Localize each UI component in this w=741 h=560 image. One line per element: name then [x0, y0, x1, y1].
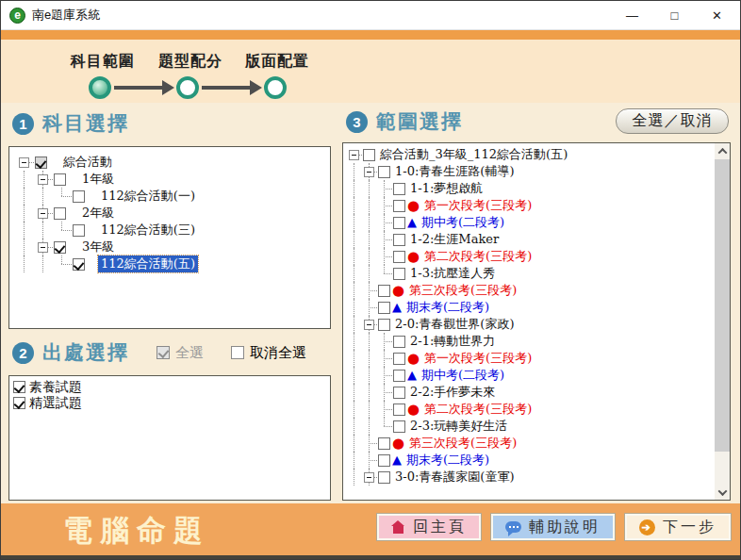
tree-item-label[interactable]: 第二次段考(三段考) — [421, 248, 535, 265]
tree-item[interactable]: 1-2:生涯Maker — [347, 231, 714, 248]
tree-item-label[interactable]: 112綜合活動(一) — [98, 188, 198, 205]
tree-item[interactable]: ●第一次段考(三段考) — [347, 350, 714, 367]
maximize-button[interactable]: □ — [653, 2, 696, 29]
tree-item-label[interactable]: 2-2:手作夢未來 — [407, 384, 498, 401]
tree-item[interactable]: 2-1:轉動世界力 — [347, 333, 714, 350]
tree-item[interactable]: ●第一次段考(三段考) — [347, 197, 714, 214]
tree-item-checkbox[interactable] — [393, 370, 405, 382]
tree-item[interactable]: ●第三次段考(三段考) — [347, 435, 714, 452]
tree-item-checkbox[interactable] — [393, 387, 405, 399]
expand-collapse-toggle-icon[interactable] — [364, 472, 374, 483]
tree-item-checkbox[interactable] — [378, 319, 390, 331]
tree-item-checkbox[interactable] — [393, 404, 405, 416]
source-item-checkbox[interactable] — [13, 397, 25, 409]
tree-item-label[interactable]: 3年級 — [79, 239, 117, 255]
tree-item-label[interactable]: 2-3:玩轉美好生活 — [407, 418, 510, 435]
tree-item-label[interactable]: 第一次段考(三段考) — [421, 197, 535, 214]
deselect-all-checkbox[interactable] — [231, 346, 244, 359]
tree-item-checkbox[interactable] — [393, 217, 405, 229]
source-list-item[interactable]: 素養試題 — [12, 379, 330, 395]
tree-item[interactable]: 112綜合活動(一) — [15, 188, 330, 205]
tree-item[interactable]: 2-3:玩轉美好生活 — [347, 418, 714, 435]
tree-item-label[interactable]: 期末考(二段考) — [403, 299, 492, 316]
tree-item-checkbox[interactable] — [73, 258, 85, 271]
tree-item[interactable]: 1-3:抗壓達人秀 — [347, 265, 714, 282]
tree-item-checkbox[interactable] — [363, 149, 375, 161]
tree-item[interactable]: 2-2:手作夢未來 — [347, 384, 714, 401]
tree-item[interactable]: ▲期末考(二段考) — [347, 299, 714, 316]
scroll-down-arrow[interactable] — [715, 485, 730, 500]
tree-item-label[interactable]: 第三次段考(三段考) — [406, 282, 519, 299]
tree-item-label[interactable]: 1-1:夢想啟航 — [407, 180, 486, 197]
next-step-button[interactable]: ➔下一步 — [625, 514, 731, 540]
tree-item[interactable]: ▲期中考(二段考) — [347, 214, 714, 231]
tree-item[interactable]: ●第二次段考(三段考) — [347, 401, 714, 418]
source-list-item[interactable]: 精選試題 — [12, 395, 330, 411]
tree-item-label[interactable]: 112綜合活動(五) — [98, 255, 198, 272]
expand-collapse-toggle-icon[interactable] — [38, 242, 48, 253]
minimize-button[interactable]: — — [611, 2, 653, 29]
tree-item[interactable]: 綜合活動 — [15, 154, 330, 171]
scroll-thumb[interactable] — [715, 159, 730, 452]
tree-item-label[interactable]: 第三次段考(三段考) — [406, 435, 519, 452]
expand-collapse-toggle-icon[interactable] — [19, 157, 29, 168]
tree-item-label[interactable]: 112綜合活動(三) — [98, 222, 198, 239]
tree-item-checkbox[interactable] — [393, 183, 405, 195]
tree-item-checkbox[interactable] — [393, 353, 405, 365]
expand-collapse-toggle-icon[interactable] — [38, 208, 48, 219]
tree-item-label[interactable]: 綜合活動_3年級_112綜合活動(五) — [377, 146, 570, 163]
tree-item-checkbox[interactable] — [378, 454, 390, 467]
source-item-label[interactable]: 精選試題 — [29, 395, 82, 412]
tree-item-checkbox[interactable] — [378, 285, 390, 297]
tree-item-checkbox[interactable] — [378, 437, 390, 450]
tree-item[interactable]: ●第二次段考(三段考) — [347, 248, 714, 265]
tree-item-label[interactable]: 1-0:青春生涯路(輔導) — [392, 163, 517, 180]
vertical-scrollbar[interactable] — [715, 143, 730, 500]
expand-collapse-toggle-icon[interactable] — [364, 320, 374, 330]
tree-item-checkbox[interactable] — [54, 207, 66, 220]
expand-collapse-toggle-icon[interactable] — [364, 167, 374, 177]
tree-item-checkbox[interactable] — [378, 302, 390, 314]
tree-item-label[interactable]: 第二次段考(三段考) — [421, 401, 535, 418]
tree-item[interactable]: 112綜合活動(三) — [15, 222, 330, 239]
expand-collapse-toggle-icon[interactable] — [38, 174, 48, 185]
tree-item-checkbox[interactable] — [378, 166, 390, 178]
tree-item-label[interactable]: 3-0:青春護家園(童軍) — [392, 469, 517, 486]
tree-item-checkbox[interactable] — [73, 190, 85, 203]
tree-item-checkbox[interactable] — [393, 336, 405, 348]
tree-item[interactable]: ▲期末考(二段考) — [347, 452, 714, 469]
tree-item-label[interactable]: 2年級 — [79, 205, 117, 222]
deselect-all-label[interactable]: 取消全選 — [250, 344, 306, 362]
tree-item[interactable]: 3-0:青春護家園(童軍) — [347, 469, 714, 486]
source-item-checkbox[interactable] — [13, 381, 25, 393]
tree-item-checkbox[interactable] — [393, 420, 405, 433]
tree-item[interactable]: ●第三次段考(三段考) — [347, 282, 714, 299]
tree-item-checkbox[interactable] — [35, 156, 47, 169]
tree-item-label[interactable]: 期末考(二段考) — [403, 452, 492, 469]
tree-item-checkbox[interactable] — [393, 251, 405, 263]
tree-item-label[interactable]: 期中考(二段考) — [419, 214, 507, 231]
tree-item-label[interactable]: 2-0:青春觀世界(家政) — [392, 316, 517, 333]
tree-item-label[interactable]: 1-2:生涯Maker — [407, 231, 502, 248]
tree-item[interactable]: 3年級 — [15, 239, 330, 255]
select-all-label[interactable]: 全選 — [175, 344, 204, 362]
source-item-label[interactable]: 素養試題 — [29, 379, 82, 396]
select-all-toggle-button[interactable]: 全選／取消 — [616, 108, 729, 134]
tree-item[interactable]: 2年級 — [15, 205, 330, 222]
tree-item-checkbox[interactable] — [378, 471, 390, 484]
select-all-checkbox[interactable] — [156, 346, 170, 359]
tree-item-label[interactable]: 2-1:轉動世界力 — [407, 333, 498, 350]
tree-item[interactable]: 綜合活動_3年級_112綜合活動(五) — [347, 146, 714, 163]
tree-item[interactable]: 1-0:青春生涯路(輔導) — [347, 163, 714, 180]
tree-item-checkbox[interactable] — [54, 173, 66, 186]
help-button[interactable]: 輔助說明 — [491, 514, 615, 540]
tree-item-label[interactable]: 1-3:抗壓達人秀 — [407, 265, 498, 282]
tree-item[interactable]: ▲期中考(二段考) — [347, 367, 714, 384]
tree-item-label[interactable]: 綜合活動 — [60, 154, 115, 171]
tree-item-checkbox[interactable] — [54, 241, 66, 254]
tree-item[interactable]: 1年級 — [15, 171, 330, 188]
tree-item-label[interactable]: 第一次段考(三段考) — [421, 350, 535, 367]
tree-item[interactable]: 2-0:青春觀世界(家政) — [347, 316, 714, 333]
tree-item-checkbox[interactable] — [393, 234, 405, 246]
tree-item-checkbox[interactable] — [393, 268, 405, 280]
